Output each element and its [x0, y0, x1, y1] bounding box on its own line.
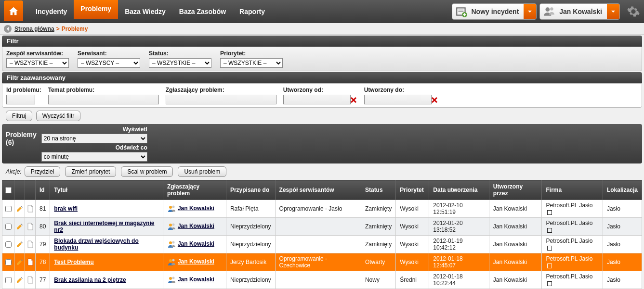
- cell-title[interactable]: brak wifi: [50, 200, 163, 218]
- nav-item-baza-wiedzy[interactable]: Baza Wiedzy: [118, 0, 172, 23]
- nav-item-problemy[interactable]: Problemy: [74, 0, 118, 19]
- table-row[interactable]: 79Blokada drzwi wejściowych do budynkuJa…: [2, 236, 642, 253]
- edit-icon[interactable]: [14, 236, 25, 253]
- document-icon[interactable]: [25, 200, 36, 218]
- person-icon: [167, 276, 176, 284]
- row-checkbox[interactable]: [5, 206, 12, 212]
- adv-subject-input[interactable]: [48, 95, 159, 104]
- svg-point-13: [172, 259, 174, 262]
- col-id[interactable]: Id: [36, 180, 50, 200]
- adv-created-from-input[interactable]: [283, 95, 351, 104]
- breadcrumb-current: Problemy: [62, 23, 88, 35]
- cell-title[interactable]: Blokada drzwi wejściowych do budynku: [50, 236, 163, 253]
- edit-icon[interactable]: [14, 253, 25, 271]
- col-firma[interactable]: Firma: [542, 180, 603, 200]
- edit-icon[interactable]: [14, 200, 25, 218]
- user-label: Jan Kowalski: [558, 8, 607, 15]
- filter-team-label: Zespół serwisantów:: [6, 50, 69, 57]
- cell-reporter[interactable]: Jan Kowalski: [163, 271, 226, 289]
- cell-title[interactable]: Test Problemu: [50, 253, 163, 271]
- cell-reporter[interactable]: Jan Kowalski: [163, 236, 226, 253]
- cell-reporter[interactable]: Jan Kowalski: [163, 253, 226, 271]
- table-row[interactable]: 77Brak zasilania na 2 piętrzeJan Kowalsk…: [2, 271, 642, 289]
- adv-created-from-clear[interactable]: [350, 96, 357, 104]
- nav-item-raporty[interactable]: Raporty: [233, 0, 272, 23]
- cell-created-by: Jan Kowalski: [489, 253, 542, 271]
- col-priorytet[interactable]: Priorytet: [396, 180, 429, 200]
- row-checkbox[interactable]: [5, 241, 12, 248]
- cell-reporter[interactable]: Jan Kowalski: [163, 200, 226, 218]
- delete-button[interactable]: Usuń problem: [178, 166, 226, 177]
- nav-item-baza-zasobów[interactable]: Baza Zasobów: [172, 0, 233, 23]
- new-incident-label: Nowy incydent: [471, 8, 524, 15]
- filter-button[interactable]: Filtruj: [6, 111, 32, 121]
- adv-created-to-input[interactable]: [364, 95, 432, 104]
- row-checkbox[interactable]: [5, 224, 12, 230]
- col-icon-2: [25, 180, 36, 200]
- cell-title[interactable]: Brak zasilania na 2 piętrze: [50, 271, 163, 289]
- firm-icon: [547, 228, 552, 233]
- person-icon: [167, 240, 176, 249]
- document-icon[interactable]: [25, 236, 36, 253]
- svg-point-4: [546, 7, 550, 12]
- table-row[interactable]: 81brak wifiJan KowalskiRafał PiętaOprogr…: [2, 200, 642, 218]
- new-incident-dropdown[interactable]: [524, 4, 536, 19]
- table-row[interactable]: 78Test ProblemuJan KowalskiJerzy Bartosi…: [2, 253, 642, 271]
- home-button[interactable]: [4, 0, 23, 21]
- document-icon[interactable]: [25, 253, 36, 271]
- cell-team: [275, 236, 361, 253]
- adv-created-to-clear[interactable]: [431, 96, 438, 104]
- clear-filter-button[interactable]: Wyczyść filtr: [36, 111, 81, 121]
- col-icon-0: [2, 180, 14, 200]
- action-row: Akcje: Przydziel Zmień priorytet Scal w …: [2, 163, 642, 180]
- svg-point-8: [169, 224, 172, 226]
- refresh-select[interactable]: co minutę: [41, 152, 147, 162]
- adv-id-label: Id problemu:: [6, 87, 41, 93]
- col-utworzony-przez[interactable]: Utworzony przez: [489, 180, 542, 200]
- change-priority-button[interactable]: Zmień priorytet: [65, 166, 116, 177]
- adv-id-input[interactable]: [6, 95, 35, 104]
- row-checkbox[interactable]: [5, 277, 12, 283]
- settings-button[interactable]: [627, 5, 640, 18]
- adv-reporter-input[interactable]: [166, 95, 276, 104]
- document-icon[interactable]: [25, 218, 36, 236]
- filter-tech-select[interactable]: – WSZYSCY –: [78, 58, 140, 68]
- col-zesp-serwisant-w[interactable]: Zespół serwisantów: [275, 180, 361, 200]
- cell-reporter[interactable]: Jan Kowalski: [163, 218, 226, 236]
- row-checkbox[interactable]: [5, 259, 12, 265]
- col-przypisane-do[interactable]: Przypisane do: [226, 180, 275, 200]
- adv-reporter-label: Zgłaszający problem:: [166, 87, 276, 93]
- cell-status: Zamknięty: [361, 218, 395, 236]
- col-data-utworzenia[interactable]: Data utworzenia: [429, 180, 489, 200]
- cell-title[interactable]: Brak sieci internetowej w magazynie nr2: [50, 218, 163, 236]
- col-status[interactable]: Status: [361, 180, 395, 200]
- breadcrumb-home[interactable]: Strona główna: [14, 23, 54, 35]
- col-lokalizacja[interactable]: Lokalizacja: [603, 180, 642, 200]
- assign-button[interactable]: Przydziel: [25, 166, 61, 177]
- cell-id: 81: [36, 200, 50, 218]
- filter-header: Filtr: [2, 36, 642, 47]
- cell-firm: Petrosoft.PL Jasło: [542, 271, 603, 289]
- filter-team-select[interactable]: – WSZYSTKIE –: [6, 58, 69, 68]
- new-incident-button[interactable]: Nowy incydent: [452, 3, 537, 20]
- edit-icon[interactable]: [14, 218, 25, 236]
- filter-status-select[interactable]: – WSZYSTKIE –: [149, 58, 211, 68]
- col-tytu-[interactable]: Tytuł: [50, 180, 163, 200]
- cell-firm: Petrosoft.PL Jasło: [542, 218, 603, 236]
- breadcrumb-back[interactable]: [4, 25, 12, 33]
- display-select[interactable]: 20 na stronę: [41, 134, 147, 143]
- nav-item-incydenty[interactable]: Incydenty: [29, 0, 74, 23]
- col-zg-aszaj-cy-problem[interactable]: Zgłaszający problem: [163, 180, 226, 200]
- document-icon[interactable]: [25, 271, 36, 289]
- user-menu-dropdown[interactable]: [607, 4, 619, 19]
- edit-icon[interactable]: [14, 271, 25, 289]
- table-row[interactable]: 80Brak sieci internetowej w magazynie nr…: [2, 218, 642, 236]
- cell-team: [275, 218, 361, 236]
- col-icon-1: [14, 180, 25, 200]
- select-all-checkbox[interactable]: [5, 187, 12, 193]
- cell-id: 80: [36, 218, 50, 236]
- firm-icon: [547, 281, 552, 286]
- filter-priority-select[interactable]: – WSZYSTKIE –: [220, 58, 283, 68]
- merge-button[interactable]: Scal w problem: [121, 166, 173, 177]
- user-menu-button[interactable]: Jan Kowalski: [539, 3, 620, 20]
